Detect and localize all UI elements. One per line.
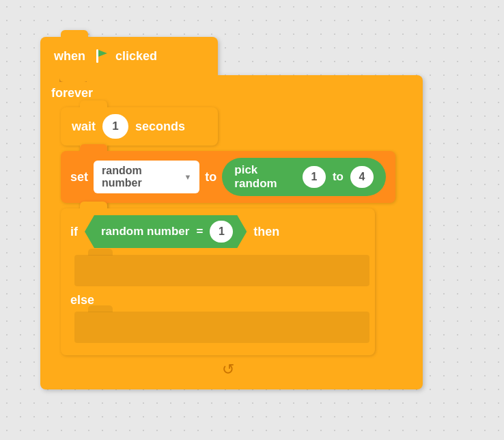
pick-random-to[interactable]: 4 <box>350 166 374 188</box>
condition-value[interactable]: 1 <box>210 221 233 243</box>
pick-random-label: pick random <box>234 163 296 191</box>
when-clicked-block[interactable]: when clicked <box>40 37 218 75</box>
wait-block[interactable]: wait 1 seconds <box>61 107 218 146</box>
wait-label: wait <box>72 120 96 134</box>
dropdown-arrow-icon: ▼ <box>184 173 191 181</box>
svg-rect-0 <box>96 49 98 63</box>
forever-block[interactable]: forever wait 1 seconds set <box>40 75 423 389</box>
pick-random-to-label: to <box>333 170 344 184</box>
pick-random-from[interactable]: 1 <box>303 166 326 188</box>
if-label: if <box>70 225 78 239</box>
pick-random-block[interactable]: pick random 1 to 4 <box>222 158 386 196</box>
loop-arrow: ↺ <box>46 355 410 381</box>
set-block[interactable]: set random number ▼ to pick random 1 to … <box>61 151 395 203</box>
else-body-slot <box>74 312 369 343</box>
condition-operator: = <box>196 225 203 238</box>
wait-value[interactable]: 1 <box>102 114 128 139</box>
flag-icon <box>91 46 110 66</box>
clicked-label: clicked <box>115 49 157 64</box>
condition-variable: random number <box>101 225 189 238</box>
if-header: if random number = 1 then <box>61 208 375 255</box>
forever-inner: wait 1 seconds set random number ▼ to <box>61 107 417 355</box>
condition-block[interactable]: random number = 1 <box>85 215 247 248</box>
scratch-program: when clicked forever wait <box>40 37 423 389</box>
when-label: when <box>54 49 85 64</box>
then-label: then <box>253 225 279 239</box>
set-label: set <box>70 170 88 184</box>
if-else-block[interactable]: if random number = 1 then else <box>61 208 375 355</box>
if-body-slot <box>74 255 369 286</box>
variable-name: random number <box>102 165 180 189</box>
set-to-label: to <box>205 170 216 184</box>
variable-dropdown[interactable]: random number ▼ <box>94 161 199 193</box>
seconds-label: seconds <box>135 120 185 134</box>
if-else-footer <box>61 346 375 355</box>
